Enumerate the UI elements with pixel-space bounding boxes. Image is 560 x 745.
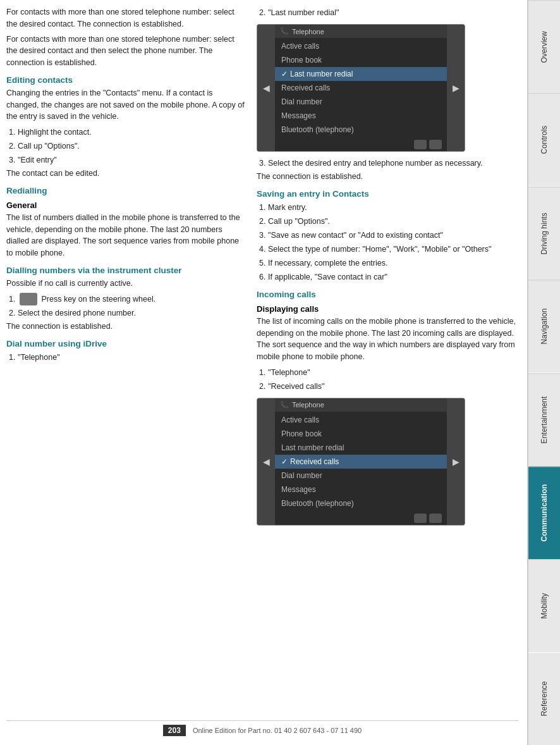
screenshot2-item: Dial number bbox=[275, 469, 447, 483]
screenshot2-inner: ◀ 📞 Telephone Active callsPhone bookLast… bbox=[257, 398, 465, 525]
page-number: 203 bbox=[163, 725, 186, 736]
two-column-layout: For contacts with more than one stored t… bbox=[6, 6, 518, 715]
dial-idrive-steps: "Telephone" bbox=[6, 351, 247, 364]
screenshot2-left-nav[interactable]: ◀ bbox=[257, 398, 275, 525]
saving-steps-list: Mark entry.Call up "Options"."Save as ne… bbox=[257, 201, 518, 283]
saving-step: If applicable, "Save contact in car" bbox=[268, 271, 518, 283]
dialling-para: Possible if no call is currently active. bbox=[6, 278, 247, 290]
dialling-heading: Dialling numbers via the instrument clus… bbox=[6, 266, 247, 275]
phone-icon-2: 📞 bbox=[280, 401, 289, 409]
right-step3-list: Select the desired entry and telephone n… bbox=[257, 157, 518, 169]
screenshot1-item: Active calls bbox=[275, 39, 447, 53]
main-content: For contacts with more than one stored t… bbox=[0, 0, 527, 745]
editing-para: Changing the entries in the "Contacts" m… bbox=[6, 87, 247, 123]
saving-step: Call up "Options". bbox=[268, 215, 518, 228]
displaying-steps-list: "Telephone""Received calls" bbox=[257, 366, 518, 393]
screenshot1-bottom-icons bbox=[275, 138, 447, 151]
saving-step: "Save as new contact" or "Add to existin… bbox=[268, 229, 518, 242]
sidebar-tab-navigation[interactable]: Navigation bbox=[528, 280, 560, 372]
saving-step: If necessary, complete the entries. bbox=[268, 257, 518, 269]
sidebar: OverviewControlsDriving hintsNavigationE… bbox=[527, 0, 560, 745]
redialling-heading: Redialling bbox=[6, 186, 247, 195]
editing-step-2: Call up "Options". bbox=[18, 140, 247, 152]
screenshot2-item: Phone book bbox=[275, 427, 447, 441]
screenshot2: ◀ 📞 Telephone Active callsPhone bookLast… bbox=[257, 398, 465, 526]
screenshot1-item: Dial number bbox=[275, 95, 447, 109]
step2-last-redial: "Last number redial" bbox=[268, 6, 518, 19]
right-column: "Last number redial" ◀ 📞 Telephone Activ… bbox=[257, 6, 518, 715]
saving-step: Select the type of number: "Home", "Work… bbox=[268, 243, 518, 256]
screenshot1-right-nav[interactable]: ▶ bbox=[447, 25, 465, 151]
saving-heading: Saving an entry in Contacts bbox=[257, 189, 518, 199]
para1: For contacts with more than one stored t… bbox=[6, 6, 247, 30]
sidebar-tab-overview[interactable]: Overview bbox=[528, 0, 560, 93]
screenshot1-icon1 bbox=[414, 140, 427, 149]
dial-idrive-step1: "Telephone" bbox=[18, 351, 247, 364]
sidebar-tab-entertainment[interactable]: Entertainment bbox=[528, 373, 560, 466]
footer-online-text: Online Edition for Part no. 01 40 2 607 … bbox=[193, 727, 362, 734]
sidebar-tab-communication[interactable]: Communication bbox=[528, 466, 560, 559]
general-heading: General bbox=[6, 200, 247, 210]
displaying-step: "Telephone" bbox=[268, 366, 518, 379]
screenshot1-item: Received calls bbox=[275, 81, 447, 95]
sidebar-tab-mobility[interactable]: Mobility bbox=[528, 559, 560, 652]
screenshot1-title: 📞 Telephone bbox=[275, 25, 447, 38]
dial-idrive-heading: Dial number using iDrive bbox=[6, 339, 247, 348]
dialling-step-1: Press key on the steering wheel. bbox=[18, 293, 247, 306]
screenshot2-item: Last number redial bbox=[275, 441, 447, 455]
screenshot1-inner: ◀ 📞 Telephone Active callsPhone book✓Las… bbox=[257, 25, 465, 151]
sidebar-tab-controls[interactable]: Controls bbox=[528, 93, 560, 186]
screenshot2-bottom-icons bbox=[275, 512, 447, 525]
screenshot1-item: Bluetooth (telephone) bbox=[275, 123, 447, 137]
screenshot2-right-nav[interactable]: ▶ bbox=[447, 398, 465, 525]
screenshot2-icon1 bbox=[414, 514, 427, 523]
saving-step: Mark entry. bbox=[268, 201, 518, 214]
editing-step-3: "Edit entry" bbox=[18, 154, 247, 166]
screenshot2-item: Messages bbox=[275, 483, 447, 496]
phone-icon-1: 📞 bbox=[280, 27, 289, 35]
sidebar-tab-reference[interactable]: Reference bbox=[528, 653, 560, 745]
para2: For contacts with more than one stored t… bbox=[6, 34, 247, 69]
screenshot2-item: ✓Received calls bbox=[275, 455, 447, 469]
sidebar-tab-driving-hints[interactable]: Driving hints bbox=[528, 187, 560, 280]
left-column: For contacts with more than one stored t… bbox=[6, 6, 247, 715]
steering-wheel-icon bbox=[20, 293, 37, 305]
displaying-heading: Displaying calls bbox=[257, 304, 518, 314]
screenshot1: ◀ 📞 Telephone Active callsPhone book✓Las… bbox=[257, 24, 465, 152]
general-para: The list of numbers dialled in the mobil… bbox=[6, 212, 247, 259]
screenshot2-item: Bluetooth (telephone) bbox=[275, 496, 447, 510]
screenshot2-icon2 bbox=[429, 514, 442, 523]
footer: 203 Online Edition for Part no. 01 40 2 … bbox=[6, 720, 518, 739]
dialling-note: The connection is established. bbox=[6, 321, 247, 333]
screenshot1-center: 📞 Telephone Active callsPhone book✓Last … bbox=[275, 25, 447, 151]
editing-contacts-heading: Editing contacts bbox=[6, 75, 247, 85]
displaying-step: "Received calls" bbox=[268, 380, 518, 393]
screenshot1-left-nav[interactable]: ◀ bbox=[257, 25, 275, 151]
screenshot1-items: Active callsPhone book✓Last number redia… bbox=[275, 38, 447, 138]
dialling-steps-list: Press key on the steering wheel. Select … bbox=[6, 293, 247, 320]
editing-steps-list: Highlight the contact. Call up "Options"… bbox=[6, 126, 247, 166]
displaying-para: The list of incoming calls on the mobile… bbox=[257, 316, 518, 363]
connection-note: The connection is established. bbox=[257, 171, 518, 183]
screenshot1-item: ✓Last number redial bbox=[275, 67, 447, 81]
step3-text: Select the desired entry and telephone n… bbox=[268, 157, 518, 169]
screenshot1-item: Messages bbox=[275, 109, 447, 123]
editing-step-1: Highlight the contact. bbox=[18, 126, 247, 139]
screenshot1-icon2 bbox=[429, 140, 442, 149]
incoming-heading: Incoming calls bbox=[257, 290, 518, 299]
screenshot1-item: Phone book bbox=[275, 53, 447, 67]
screenshot2-items: Active callsPhone bookLast number redial… bbox=[275, 412, 447, 512]
right-col-intro-steps: "Last number redial" bbox=[257, 6, 518, 19]
screenshot2-center: 📞 Telephone Active callsPhone bookLast n… bbox=[275, 398, 447, 525]
dialling-step-2: Select the desired phone number. bbox=[18, 307, 247, 319]
screenshot2-item: Active calls bbox=[275, 413, 447, 427]
screenshot2-title: 📞 Telephone bbox=[275, 398, 447, 412]
editing-note: The contact can be edited. bbox=[6, 168, 247, 180]
